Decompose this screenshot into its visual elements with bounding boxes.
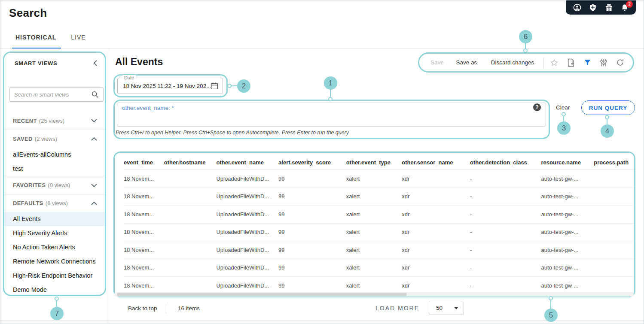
search-icon <box>91 91 99 98</box>
clear-button[interactable]: Clear <box>556 104 570 111</box>
page-size-select[interactable]: 50 <box>429 301 464 315</box>
table-cell: UploadedFileWithD... <box>216 229 278 235</box>
table-cell: xalert <box>346 193 402 200</box>
save-as-button[interactable]: Save as <box>456 59 477 66</box>
table-cell: 18 Novem... <box>124 247 164 253</box>
table-row[interactable]: 18 Novem...UploadedFileWithD...99xalertx… <box>124 206 634 224</box>
calendar-icon[interactable] <box>211 82 218 90</box>
section-label: FAVORITES <box>13 182 46 188</box>
discard-changes-button[interactable]: Discard changes <box>491 59 534 66</box>
table-cell: xdr <box>402 264 470 271</box>
chevron-down-icon <box>91 184 97 187</box>
column-header[interactable]: other.event_name <box>216 159 278 166</box>
table-cell: xdr <box>402 247 470 253</box>
table-row[interactable]: 18 Novem...UploadedFileWithD...99xalertx… <box>124 170 634 188</box>
column-header[interactable]: other.hostname <box>164 159 217 166</box>
table-cell: 18 Novem... <box>124 176 164 182</box>
column-header[interactable]: event_time <box>124 159 164 166</box>
section-header-recent[interactable]: RECENT(25 views) <box>4 112 105 130</box>
table-cell: xdr <box>402 282 470 289</box>
section-label: RECENT <box>13 118 37 124</box>
column-header[interactable]: alert.severity_score <box>278 159 346 166</box>
horizontal-scrollbar[interactable] <box>114 292 634 297</box>
table-row[interactable]: 18 Novem...UploadedFileWithD...99xalertx… <box>124 241 634 259</box>
table-cell: - <box>470 193 541 200</box>
chevron-down-icon <box>91 119 97 122</box>
annotation-7: 7 <box>50 307 64 320</box>
smart-views-title: SMART VIEWS <box>15 60 57 67</box>
smart-view-item[interactable]: test <box>4 162 105 176</box>
favorite-star-icon[interactable] <box>550 58 559 67</box>
table-row[interactable]: 18 Novem...UploadedFileWithD...99xalertx… <box>124 259 634 277</box>
user-icon[interactable] <box>573 3 581 12</box>
refresh-icon[interactable] <box>616 58 624 67</box>
smart-view-item[interactable]: Demo Mode <box>4 283 105 296</box>
view-title: All Events <box>115 56 163 68</box>
smart-view-item[interactable]: No Action Taken Alerts <box>4 240 105 254</box>
table-header-row: event_timeother.hostnameother.event_name… <box>124 155 634 170</box>
settings-sliders-icon[interactable] <box>599 58 608 67</box>
table-cell: 99 <box>278 264 346 271</box>
annotation-2-dot <box>227 84 232 88</box>
column-header[interactable]: process.path <box>594 159 634 166</box>
table-cell: auto-test-gw-... <box>541 264 594 271</box>
table-cell: - <box>470 211 541 218</box>
smart-view-item[interactable]: All Events <box>4 212 105 226</box>
query-input[interactable] <box>117 103 546 127</box>
collapse-panel-icon[interactable] <box>93 60 97 66</box>
table-cell: - <box>470 247 541 253</box>
save-button[interactable]: Save <box>430 59 444 66</box>
back-to-top-button[interactable]: Back to top <box>128 305 157 312</box>
smart-views-search[interactable] <box>9 87 104 102</box>
smart-view-item[interactable]: Remote Network Connections <box>4 254 105 269</box>
table-row[interactable]: 18 Novem...UploadedFileWithD...99xalertx… <box>124 224 634 242</box>
annotation-5-dot <box>549 296 553 300</box>
table-cell: UploadedFileWithD... <box>216 211 278 218</box>
table-cell: xdr <box>402 211 470 218</box>
table-cell: 99 <box>278 176 346 182</box>
run-query-button[interactable]: RUN QUERY <box>581 100 635 115</box>
smart-view-item[interactable]: High-Risk Endpoint Behavior <box>4 269 105 283</box>
column-header[interactable]: other.event_type <box>346 159 402 166</box>
filter-icon[interactable] <box>583 58 592 67</box>
gift-icon[interactable] <box>604 3 613 12</box>
column-header[interactable]: other.sensor_name <box>402 159 470 166</box>
table-cell: xdr <box>402 229 470 235</box>
table-row[interactable]: 18 Novem...UploadedFileWithD...99xalertx… <box>124 188 634 206</box>
scrollbar-thumb[interactable] <box>117 293 407 296</box>
section-header-favorites[interactable]: FAVORITES(0 views) <box>4 176 105 194</box>
annotation-4: 4 <box>601 124 614 138</box>
tab-historical[interactable]: HISTORICAL <box>15 34 56 41</box>
caret-down-icon <box>454 307 458 309</box>
annotation-4-dot <box>605 115 609 119</box>
column-header[interactable]: resource.name <box>541 159 594 166</box>
page-size-value: 50 <box>436 305 454 311</box>
table-cell: xdr <box>402 193 470 200</box>
shield-icon[interactable] <box>589 3 597 12</box>
annotation-2: 2 <box>237 79 250 93</box>
table-cell: - <box>470 229 541 235</box>
help-icon[interactable]: ? <box>533 103 541 111</box>
annotation-3-dot <box>562 112 566 116</box>
table-cell: - <box>470 264 541 271</box>
annotation-1: 1 <box>324 76 337 90</box>
table-cell: UploadedFileWithD... <box>216 176 278 182</box>
column-header[interactable]: other.detection_class <box>470 159 541 166</box>
table-cell: xalert <box>346 247 402 253</box>
bell-icon[interactable]: 2 <box>620 3 629 12</box>
table-cell: auto-test-gw-... <box>541 193 594 200</box>
section-header-defaults[interactable]: DEFAULTS(6 views) <box>4 194 105 212</box>
load-more-button[interactable]: LOAD MORE <box>375 305 419 312</box>
date-field-label: Date <box>122 75 136 80</box>
smart-views-search-input[interactable] <box>14 91 91 98</box>
smart-view-item[interactable]: allEvents-allColumns <box>4 148 105 162</box>
query-text: other.event_name: * <box>122 105 174 111</box>
section-header-saved[interactable]: SAVED(2 views) <box>4 130 105 148</box>
tab-live[interactable]: LIVE <box>71 34 85 41</box>
section-count: (0 views) <box>48 182 70 188</box>
smart-view-item[interactable]: High Severity Alerts <box>4 226 105 240</box>
table-cell: UploadedFileWithD... <box>216 264 278 271</box>
table-cell: xalert <box>346 282 402 289</box>
export-file-icon[interactable] <box>567 58 575 67</box>
table-cell: xalert <box>346 176 402 182</box>
